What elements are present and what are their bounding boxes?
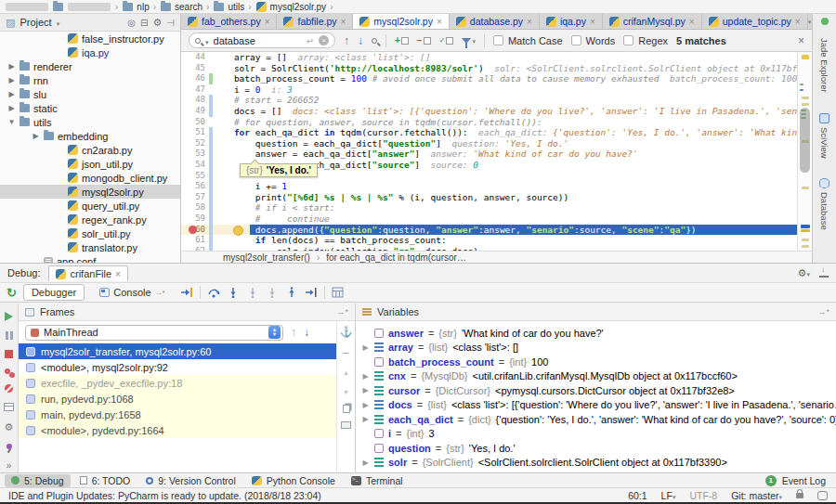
breadcrumb-context[interactable]: for each_qa_dict in tqdm(cursor… [326, 252, 466, 263]
stripe-mark[interactable] [800, 84, 803, 85]
close-search-icon[interactable]: × [798, 34, 804, 47]
variable-row[interactable]: ▶ array = {list} <class 'list'>: [] [356, 341, 836, 355]
line-number[interactable]: 46 [181, 73, 209, 84]
breadcrumb-item[interactable]: mysql2solr.py [256, 2, 333, 12]
editor-tab[interactable]: crifanMysql.py [603, 14, 702, 29]
rerun-icon[interactable] [7, 286, 17, 300]
tree-item[interactable]: json_util.py [0, 157, 180, 171]
code-line[interactable]: 47 i = 0 i: 3 [181, 84, 797, 96]
code-line[interactable]: 51 for each_qa_dict in tqdm(cursor.fetch… [181, 127, 797, 138]
search-history-dropdown-icon[interactable] [205, 35, 209, 46]
close-tab-icon[interactable] [527, 16, 532, 27]
tool-window-button[interactable]: Database [819, 178, 829, 230]
more-icon[interactable] [7, 459, 12, 471]
remove-occurrence-icon[interactable]: − [417, 35, 431, 45]
copy-icon[interactable] [343, 405, 350, 413]
line-number[interactable]: 50 [181, 117, 209, 128]
mute-breakpoints-icon[interactable] [5, 384, 13, 393]
close-session-icon[interactable] [115, 268, 121, 279]
filter-icon[interactable] [462, 35, 476, 45]
resume-icon[interactable] [5, 312, 13, 321]
tool-window-button[interactable]: 5: Debug [5, 474, 71, 487]
line-number[interactable]: 44 [181, 52, 209, 63]
show-libraries-icon[interactable] [341, 421, 351, 429]
lock-icon[interactable] [796, 493, 803, 498]
code-line[interactable]: 50 # for question, answer, source in tqd… [181, 117, 797, 128]
tree-item[interactable]: ▶ rnn [0, 73, 180, 87]
line-number[interactable]: 54 [181, 160, 209, 171]
line-number[interactable]: 58 [181, 202, 209, 213]
tree-item[interactable]: ▶ embedding [0, 129, 180, 143]
editor-tab[interactable]: fab_others.py [181, 14, 277, 29]
breadcrumb-item[interactable]: search [161, 2, 209, 12]
tree-item[interactable]: solr_util.py [0, 226, 180, 240]
close-tab-icon[interactable] [795, 16, 801, 27]
inspections-ok-icon[interactable] [821, 18, 829, 25]
tree-item[interactable]: iqa.py [0, 45, 180, 59]
tree-item[interactable]: ▶ renderer [0, 59, 180, 73]
expand-arrow-icon[interactable]: ▶ [361, 372, 370, 381]
tree-item[interactable]: ▶ static [0, 101, 180, 115]
line-number[interactable]: 57 [181, 192, 209, 203]
code-line[interactable]: 56 i += 1 [181, 181, 797, 192]
code-line[interactable]: 59 # continue [181, 213, 797, 225]
line-number[interactable]: 45 [181, 63, 209, 74]
code-editor[interactable]: 44 array = [] array: <class 'list'>: [] … [181, 52, 797, 251]
tab-list-dropdown-icon[interactable] [808, 17, 812, 26]
force-step-into-icon[interactable] [266, 287, 279, 298]
previous-occurrence-icon[interactable]: ↑ [344, 35, 349, 46]
editor-tab[interactable]: update_topic.py [702, 14, 808, 29]
move-up-icon[interactable] [343, 366, 349, 377]
tool-window-button[interactable]: SciView [819, 113, 829, 159]
ide-indicator-icon[interactable] [817, 491, 828, 500]
stripe-mark[interactable] [802, 97, 809, 99]
chevron-down-icon[interactable] [57, 17, 60, 28]
step-into-icon[interactable] [227, 287, 240, 298]
line-number[interactable]: 56 [181, 181, 209, 192]
frame-row[interactable]: mysql2solr_transfer, mysql2solr.py:60 [19, 343, 336, 359]
line-number[interactable]: 60 [181, 225, 209, 236]
expand-arrow-icon[interactable]: ▶ [7, 90, 16, 98]
expand-arrow-icon[interactable]: ▶ [32, 132, 40, 140]
pause-icon[interactable] [6, 331, 13, 340]
remove-icon[interactable] [343, 346, 348, 357]
scrollbar-thumb[interactable] [800, 108, 810, 173]
stripe-mark[interactable] [802, 103, 809, 106]
match-case-checkbox[interactable] [493, 35, 503, 45]
frame-row[interactable]: <module>, mysql2solr.py:92 [19, 359, 336, 375]
tab-debugger[interactable]: Debugger [23, 284, 85, 301]
step-into-my-code-icon[interactable] [246, 287, 259, 298]
line-number[interactable]: 53 [181, 149, 209, 160]
expand-arrow-icon[interactable]: ▶ [361, 401, 370, 409]
variable-row[interactable]: ▶ cnx = {MysqlDb} <util.crifanLib.crifan… [356, 369, 836, 384]
next-occurrence-icon[interactable]: ↓ [358, 35, 363, 46]
tool-window-button[interactable]: 6: TODO [73, 474, 137, 487]
line-number[interactable]: 51 [181, 127, 209, 138]
add-occurrence-icon[interactable]: + [395, 35, 409, 45]
anchor-icon[interactable] [340, 326, 353, 338]
tree-item[interactable]: mongodb_client.py [0, 171, 180, 185]
line-number[interactable]: 52 [181, 138, 209, 149]
code-line[interactable]: 45 solr = SolrClient('http://localhost:8… [181, 63, 797, 74]
debug-session-tab[interactable]: crifanFile [48, 265, 127, 281]
collapse-all-icon[interactable]: ⊟ [140, 18, 148, 28]
line-number[interactable]: 55 [181, 171, 209, 182]
locate-icon[interactable]: ◎ [127, 18, 136, 28]
find-all-icon[interactable] [372, 38, 377, 44]
line-number[interactable]: 59 [181, 213, 209, 225]
gear-icon[interactable] [798, 267, 810, 279]
frame-row[interactable]: main, pydevd.py:1658 [19, 407, 336, 422]
select-all-occurrences-icon[interactable]: ✓ [439, 36, 454, 45]
tab-console[interactable]: Console →* [91, 284, 173, 301]
variable-row[interactable]: batch_process_count = {int} 100 [356, 355, 836, 369]
float-panel-icon[interactable]: →* [817, 307, 829, 317]
expand-arrow-icon[interactable]: ▶ [7, 104, 16, 112]
match-case-option[interactable]: Match Case [493, 35, 563, 46]
editor-tab[interactable]: iqa.py [540, 14, 603, 29]
editor-tab[interactable]: database.py [450, 14, 540, 29]
close-tab-icon[interactable] [437, 16, 442, 27]
variable-row[interactable]: ▶ docs = {list} <class 'list'>: [{'quest… [356, 398, 836, 413]
event-log-button[interactable]: 1 Event Log [765, 475, 831, 486]
float-panel-icon[interactable]: →* [336, 307, 348, 317]
clear-search-icon[interactable] [319, 35, 329, 45]
